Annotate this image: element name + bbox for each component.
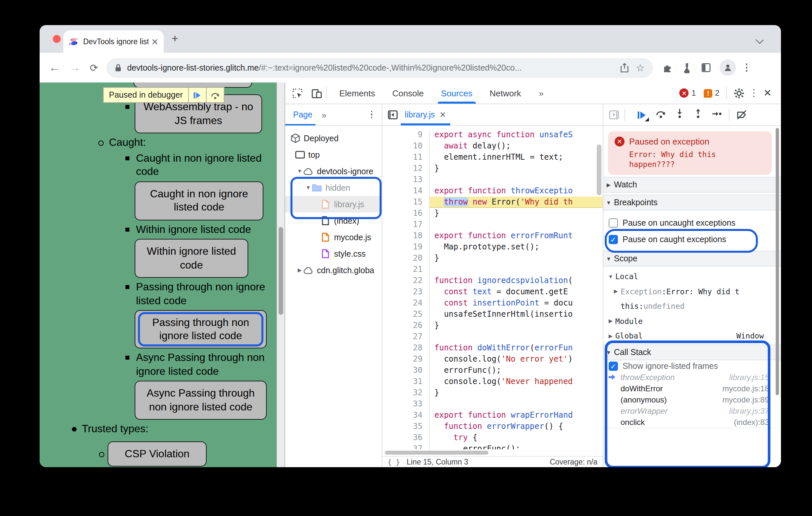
tree-item-deployed[interactable]: Deployed xyxy=(285,130,382,147)
line-number: 14 xyxy=(382,185,429,196)
tab-search-chevron-icon[interactable] xyxy=(756,36,763,44)
section-scope[interactable]: ▼Scope xyxy=(603,251,781,267)
issues-badge[interactable]: !2 xyxy=(704,88,719,98)
tree-item-mycode-js[interactable]: mycode.js xyxy=(285,229,382,245)
call-stack-frame[interactable]: errorWrapperlibrary.js:37 xyxy=(603,405,776,417)
step-over-button[interactable] xyxy=(206,88,224,102)
sidebar-scrollbar-thumb[interactable] xyxy=(776,128,779,395)
section-breakpoints[interactable]: ▼Breakpoints xyxy=(603,195,781,211)
extensions-puzzle-icon[interactable] xyxy=(662,62,672,73)
call-stack-frame[interactable]: onclick(index):83 xyxy=(603,416,776,428)
tree-item-cdn-glitch-globa[interactable]: ▶cdn.glitch.globa xyxy=(285,262,382,278)
new-tab-button[interactable]: + xyxy=(172,32,178,45)
omnibox[interactable]: devtools-ignore-list-stories.glitch.me/#… xyxy=(106,58,652,78)
error-badge[interactable]: ✕1 xyxy=(679,88,696,98)
triangle-right-icon[interactable]: ▶ xyxy=(606,333,615,339)
devtools-menu-icon[interactable] xyxy=(753,89,755,97)
checkbox-checked[interactable]: ✓ xyxy=(609,235,618,244)
deactivate-breakpoints-icon[interactable] xyxy=(736,110,747,120)
chevron-right-icon[interactable]: ▶ xyxy=(296,267,303,273)
side-panel-icon[interactable] xyxy=(701,63,710,72)
editor-vertical-scrollbar[interactable] xyxy=(597,145,601,195)
beaker-flask-icon[interactable] xyxy=(682,62,692,73)
page-button[interactable]: Passing through non ignore listed code xyxy=(135,310,267,348)
step-into-icon[interactable] xyxy=(675,108,685,121)
reload-icon[interactable]: ⟳ xyxy=(90,62,98,73)
tree-item-hidden[interactable]: ▼hidden xyxy=(285,180,382,196)
profile-avatar[interactable] xyxy=(719,59,736,76)
checkbox-unchecked[interactable] xyxy=(609,218,618,227)
editor-horizontal-scrollbar[interactable] xyxy=(382,449,603,456)
tab-network[interactable]: Network xyxy=(481,83,529,103)
line-number: 36 xyxy=(382,432,429,444)
scope-row-global[interactable]: ▶GlobalWindow xyxy=(603,329,781,343)
page-button[interactable]: Async Passing through non ignore listed … xyxy=(135,381,267,420)
page-scrollbar[interactable] xyxy=(277,83,285,467)
tree-item-style-css[interactable]: style.css xyxy=(285,245,382,262)
format-braces-icon[interactable]: { } xyxy=(387,458,400,466)
breakpoint-toggle-uncaught[interactable]: Pause on uncaught exceptions xyxy=(603,214,781,231)
page-button[interactable]: Within ignore listed code xyxy=(135,239,248,278)
devtools-close-icon[interactable]: ✕ xyxy=(763,87,772,99)
show-ignore-listed-toggle[interactable]: ✓Show ignore-listed frames xyxy=(603,360,781,371)
tree-item-library-js[interactable]: library.js xyxy=(285,196,382,212)
tab-elements[interactable]: Elements xyxy=(331,83,383,103)
page-scrollbar-thumb[interactable] xyxy=(279,227,283,315)
tree-item-devtools-ignore[interactable]: ▼devtools-ignore xyxy=(285,163,382,180)
call-stack-frame[interactable]: doWithErrormycode.js:18 xyxy=(603,383,776,395)
tab-close-icon[interactable]: ✕ xyxy=(151,37,158,47)
scope-row-this[interactable]: this: undefined xyxy=(603,299,781,314)
expand-sidebar-icon[interactable] xyxy=(609,110,619,120)
tree-item--index-[interactable]: (index) xyxy=(285,212,382,229)
resume-script-icon[interactable] xyxy=(637,110,647,120)
browser-menu-icon[interactable] xyxy=(746,63,747,72)
more-panels-chevron[interactable]: » xyxy=(539,88,543,98)
triangle-right-icon[interactable]: ▶ xyxy=(606,318,615,324)
tab-console[interactable]: Console xyxy=(383,83,432,103)
editor-hscrollbar-thumb[interactable] xyxy=(385,451,489,455)
page-button[interactable]: Caught in non ignore listed code xyxy=(135,181,263,220)
code-editor[interactable]: 9101112131415161718192021222324252627282… xyxy=(382,126,603,449)
section-call-stack[interactable]: ▼Call Stack xyxy=(603,344,781,360)
call-stack-frame[interactable]: throwExceptionlibrary.js:15 xyxy=(603,371,776,383)
tab-sources[interactable]: Sources xyxy=(432,83,481,103)
share-icon[interactable] xyxy=(620,63,629,72)
breakpoint-toggle-caught[interactable]: ✓Pause on caught exceptions xyxy=(603,231,781,247)
section-watch[interactable]: ▶Watch xyxy=(603,177,781,193)
page-button[interactable]: CSP Violation xyxy=(108,441,207,466)
resume-script-button[interactable] xyxy=(188,88,206,102)
step-over-icon[interactable] xyxy=(656,109,666,121)
forward-icon[interactable]: → xyxy=(69,61,81,74)
triangle-right-icon[interactable]: ▶ xyxy=(611,289,620,295)
inspect-element-icon[interactable] xyxy=(292,87,303,99)
navigator-menu-icon[interactable] xyxy=(371,111,372,118)
browser-tab[interactable]: DevTools ignore list stories ✕ xyxy=(63,30,164,53)
line-number: 13 xyxy=(382,174,429,185)
line-number: 11 xyxy=(382,152,429,163)
bookmark-star-icon[interactable]: ☆ xyxy=(636,62,645,73)
tree-item-top[interactable]: top xyxy=(285,147,382,163)
collapse-navigator-icon[interactable] xyxy=(387,110,398,120)
step-icon[interactable] xyxy=(712,109,722,121)
file-tab-libraryjs[interactable]: library.js ✕ xyxy=(398,104,453,125)
back-icon[interactable]: ← xyxy=(49,61,60,74)
triangle-down-icon[interactable]: ▼ xyxy=(606,274,615,280)
scope-row-module[interactable]: ▶Module xyxy=(603,314,781,329)
square-bullet xyxy=(125,156,129,160)
tab-page[interactable]: Page xyxy=(293,110,312,119)
checkbox-checked[interactable]: ✓ xyxy=(609,361,618,370)
file-tab-close-icon[interactable]: ✕ xyxy=(439,110,446,119)
chevron-down-icon[interactable]: ▼ xyxy=(296,168,303,174)
step-out-icon[interactable] xyxy=(693,108,703,121)
device-toolbar-icon[interactable] xyxy=(311,87,322,99)
scope-row-local[interactable]: ▼Local xyxy=(603,269,781,284)
call-stack-frame[interactable]: (anonymous)mycode.js:89 xyxy=(603,394,776,406)
more-navigator-tabs-chevron[interactable]: » xyxy=(321,110,325,120)
code-line: element.innerHTML = text; xyxy=(430,152,603,163)
close-window-button[interactable] xyxy=(53,35,61,43)
highlight-ring-button: Passing through non ignore listed code xyxy=(138,312,263,346)
file-dim-icon xyxy=(320,199,331,210)
scope-row-exception[interactable]: ▶Exception: Error: Why did t xyxy=(603,284,781,299)
chevron-down-icon[interactable]: ▼ xyxy=(305,185,312,191)
settings-gear-icon[interactable] xyxy=(733,87,745,99)
